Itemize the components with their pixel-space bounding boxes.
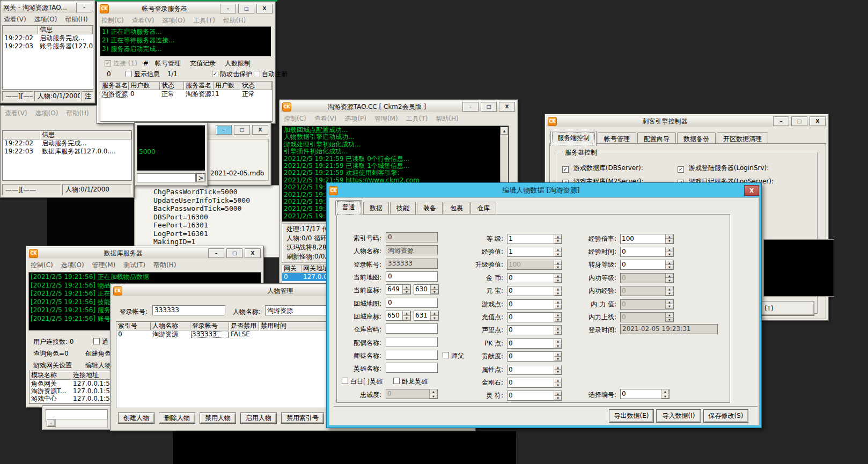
number-spinner[interactable]: 0 ▲▼ bbox=[507, 312, 562, 322]
scrollbar-track[interactable] bbox=[55, 419, 108, 428]
tab[interactable]: 装备 bbox=[417, 202, 443, 215]
spin-down-icon[interactable]: ▼ bbox=[661, 394, 669, 399]
spin-up-icon[interactable]: ▲ bbox=[666, 234, 673, 239]
spin-down-icon[interactable]: ▼ bbox=[554, 396, 562, 401]
number-spinner[interactable]: 0 ▲▼ bbox=[507, 299, 562, 310]
action-button[interactable]: 禁用索引号 bbox=[281, 413, 324, 424]
menu-item[interactable]: 管理(M) bbox=[92, 261, 116, 270]
menu-item[interactable]: 帮助(H) bbox=[223, 16, 246, 25]
menu-item[interactable]: 选项(O) bbox=[61, 261, 84, 270]
column-header[interactable]: 人物名称 bbox=[151, 322, 190, 330]
column-header[interactable]: 用户数 bbox=[129, 82, 160, 90]
menu-item[interactable]: 帮助(H) bbox=[65, 15, 87, 24]
number-spinner[interactable]: 0 ▲▼ bbox=[507, 391, 562, 401]
anti-attack-checkbox[interactable] bbox=[212, 71, 218, 77]
menu-item[interactable]: 查看(V) bbox=[5, 109, 27, 118]
spin-down-icon[interactable]: ▼ bbox=[666, 265, 673, 270]
spin-up-icon[interactable]: ▲ bbox=[431, 285, 438, 290]
menu-item[interactable]: 控制(C) bbox=[101, 16, 124, 25]
column-header[interactable]: 状态 bbox=[240, 82, 272, 90]
menu-item[interactable]: 查看(V) bbox=[4, 15, 26, 24]
spin-down-icon[interactable]: ▼ bbox=[554, 357, 562, 362]
spin-down-icon[interactable]: ▼ bbox=[431, 316, 438, 321]
tab[interactable]: 数据 bbox=[363, 202, 389, 215]
storage-pwd-input[interactable] bbox=[386, 323, 438, 334]
menu-item[interactable]: 查看(V) bbox=[314, 114, 337, 123]
minimize-button[interactable]: – bbox=[773, 116, 789, 126]
menu-item[interactable]: 选项(O) bbox=[35, 109, 58, 118]
menu-item[interactable]: 工具(T) bbox=[193, 16, 215, 25]
spin-up-icon[interactable]: ▲ bbox=[666, 274, 673, 278]
spin-up-icon[interactable]: ▲ bbox=[554, 234, 562, 239]
spin-up-icon[interactable]: ▲ bbox=[403, 285, 410, 290]
action-button[interactable]: 创建人物 bbox=[118, 413, 155, 424]
tab[interactable]: 包裹 bbox=[444, 202, 469, 215]
loyalty-spinner[interactable]: 0 ▲▼ bbox=[386, 389, 438, 399]
number-spinner[interactable]: 0 ▲▼ bbox=[620, 299, 674, 310]
spin-up-icon[interactable]: ▲ bbox=[554, 365, 562, 370]
server-checkbox[interactable] bbox=[678, 166, 684, 173]
tab[interactable]: 普通 bbox=[335, 200, 362, 215]
minimize-button[interactable]: – bbox=[220, 4, 236, 13]
close-button[interactable]: X bbox=[499, 102, 515, 112]
menu-item[interactable]: 管理(M) bbox=[374, 114, 398, 123]
column-header[interactable]: 服务器名 bbox=[184, 82, 214, 90]
minimize-button[interactable]: – bbox=[216, 125, 232, 135]
number-spinner[interactable]: 100 ▲▼ bbox=[507, 260, 562, 270]
minimize-button[interactable]: – bbox=[208, 248, 224, 258]
menu-item[interactable]: 控制(C) bbox=[31, 261, 53, 270]
spin-up-icon[interactable]: ▲ bbox=[554, 326, 562, 330]
home-y-spinner[interactable]: 631 ▲▼ bbox=[414, 311, 439, 321]
column-header[interactable]: 状态 bbox=[160, 82, 184, 90]
column-header[interactable]: 用户数 bbox=[214, 82, 240, 90]
minimize-button[interactable]: – bbox=[462, 102, 479, 112]
spin-up-icon[interactable]: ▲ bbox=[666, 247, 673, 252]
spin-up-icon[interactable]: ▲ bbox=[554, 274, 562, 278]
time-column-header[interactable] bbox=[3, 131, 40, 139]
menu-item[interactable]: 选项(O) bbox=[34, 15, 57, 24]
spin-up-icon[interactable]: ▲ bbox=[666, 260, 673, 265]
current-x-spinner[interactable]: 649 ▲▼ bbox=[386, 284, 411, 294]
spin-down-icon[interactable]: ▼ bbox=[403, 290, 410, 294]
account-input[interactable]: 333333 bbox=[152, 305, 225, 315]
maximize-button[interactable]: □ bbox=[791, 116, 807, 126]
number-spinner[interactable]: 0 ▲▼ bbox=[507, 378, 562, 388]
action-button[interactable]: 启用人物 bbox=[240, 413, 277, 424]
spin-up-icon[interactable]: ▲ bbox=[666, 300, 673, 305]
number-spinner[interactable]: 0 ▲▼ bbox=[507, 325, 562, 335]
spin-up-icon[interactable]: ▲ bbox=[554, 313, 562, 318]
wolong-hero-checkbox[interactable] bbox=[393, 378, 400, 384]
account-mgmt-tab[interactable]: 帐号管理 bbox=[155, 59, 181, 68]
spin-up-icon[interactable]: ▲ bbox=[554, 260, 562, 265]
column-header[interactable]: 模块名称 bbox=[30, 371, 71, 380]
number-spinner[interactable]: 0 ▲▼ bbox=[620, 273, 674, 283]
menu-item[interactable]: 帮助(H) bbox=[153, 261, 176, 270]
spin-up-icon[interactable]: ▲ bbox=[666, 313, 673, 318]
spin-up-icon[interactable]: ▲ bbox=[554, 339, 562, 344]
number-spinner[interactable]: 0 ▲▼ bbox=[507, 351, 562, 362]
master-checkbox[interactable] bbox=[443, 352, 449, 358]
menu-item[interactable]: 选项(P) bbox=[344, 114, 366, 123]
log-row[interactable]: 19:22:03 数据库服务器(127.0.0.... bbox=[3, 148, 131, 156]
tab[interactable]: 技能 bbox=[390, 202, 416, 215]
number-spinner[interactable]: 100 ▲▼ bbox=[620, 234, 674, 244]
spin-down-icon[interactable]: ▼ bbox=[554, 291, 562, 296]
select-number-spinner[interactable]: 0 ▲▼ bbox=[620, 389, 670, 399]
number-spinner[interactable]: 0 ▲▼ bbox=[507, 365, 562, 375]
spin-down-icon[interactable]: ▼ bbox=[666, 318, 673, 322]
tab[interactable]: 仓库 bbox=[470, 202, 496, 215]
export-data-button[interactable]: 导出数据(E) bbox=[609, 409, 654, 423]
pass-checkbox[interactable] bbox=[93, 338, 100, 344]
spin-down-icon[interactable]: ▼ bbox=[554, 382, 562, 387]
log-row[interactable]: 19:22:02 启动服务完成... bbox=[3, 34, 93, 42]
expand-button[interactable]: > bbox=[196, 173, 205, 182]
scroll-left-icon[interactable]: ‹ bbox=[47, 419, 55, 427]
maximize-button[interactable]: □ bbox=[234, 125, 250, 135]
menu-item[interactable]: 工具(T) bbox=[406, 114, 428, 123]
column-header[interactable]: 登录帐号 bbox=[190, 322, 229, 330]
scroll-up-icon[interactable]: ▲ bbox=[501, 127, 508, 135]
spin-up-icon[interactable]: ▲ bbox=[666, 286, 673, 291]
close-button[interactable]: X bbox=[245, 248, 261, 258]
spin-up-icon[interactable]: ▲ bbox=[554, 300, 562, 305]
number-spinner[interactable]: 0 ▲▼ bbox=[507, 286, 562, 296]
